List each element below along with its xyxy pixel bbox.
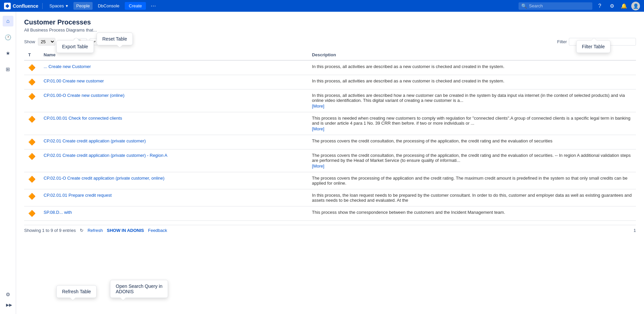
- row-more-link[interactable]: [More]: [312, 164, 632, 169]
- process-icon: 🔶: [28, 93, 36, 100]
- refresh-link[interactable]: Refresh: [88, 228, 103, 233]
- sidebar-expand-button[interactable]: ▶▶: [3, 300, 13, 310]
- recent-icon: 🕐: [5, 34, 11, 41]
- table-row: 🔶CP.01.00-O Create new customer (online)…: [24, 89, 636, 112]
- sidebar-item-starred[interactable]: ★: [3, 48, 13, 59]
- confluence-logo[interactable]: Confluence: [4, 3, 38, 9]
- row-description-text: In this process, the loan request needs …: [312, 193, 632, 203]
- row-more-link[interactable]: [More]: [312, 104, 632, 109]
- main-content: Customer Processes All Business Process …: [16, 12, 644, 314]
- col-header-t: T: [24, 50, 40, 60]
- confluence-logo-icon: [4, 3, 11, 9]
- process-icon: 🔶: [28, 210, 36, 217]
- row-name-link[interactable]: CP.01.00.01 Check for connected clients: [44, 116, 122, 121]
- export-table-tooltip-text: Export Table: [56, 40, 94, 53]
- row-name-link[interactable]: SP.08.D... with: [44, 210, 72, 215]
- search-input[interactable]: [529, 3, 583, 8]
- help-button[interactable]: ?: [595, 1, 604, 11]
- show-label: Show: [24, 39, 35, 44]
- sidebar-item-recent[interactable]: 🕐: [3, 32, 13, 43]
- row-icon-cell: 🔶: [24, 172, 40, 189]
- row-description-cell: In this process, all activities are desc…: [308, 60, 636, 75]
- table-header: T Name Description: [24, 50, 636, 60]
- row-description-text: In this process, all activities are desc…: [312, 93, 625, 103]
- table-body: 🔶... Create new CustomerIn this process,…: [24, 60, 636, 221]
- export-table-tooltip: Export Table: [56, 40, 94, 53]
- nav-spaces[interactable]: Spaces ▾: [47, 2, 71, 10]
- row-name-cell: CP.01.00-O Create new customer (online): [40, 89, 308, 112]
- row-description-cell: In this process, all activities are desc…: [308, 89, 636, 112]
- row-name-link[interactable]: CP.02.01 Create credit application (priv…: [44, 153, 167, 158]
- process-icon: 🔶: [28, 78, 36, 86]
- page-subtitle: All Business Process Diagrams that...: [24, 27, 636, 33]
- top-navigation: Confluence Spaces ▾ People DbConsole Cre…: [0, 0, 644, 12]
- row-description-text: The process covers the credit consultati…: [312, 153, 631, 163]
- feedback-link[interactable]: Feedback: [148, 228, 167, 233]
- process-icon: 🔶: [28, 64, 36, 71]
- data-table: T Name Description 🔶... Create new Custo…: [24, 50, 636, 221]
- row-description-text: This process is needed when creating new…: [312, 116, 630, 126]
- page-title: Customer Processes: [24, 18, 636, 26]
- row-name-cell: ... Create new Customer: [40, 60, 308, 75]
- confluence-logo-text: Confluence: [13, 3, 38, 9]
- table-row: 🔶CP.02.01.01 Prepare credit requestIn th…: [24, 189, 636, 206]
- row-icon-cell: 🔶: [24, 135, 40, 149]
- row-name-link[interactable]: CP.02.01-O Create credit application (pr…: [44, 176, 164, 181]
- settings-icon: ⚙: [6, 292, 10, 298]
- table-row: 🔶CP.01.00 Create new customerIn this pro…: [24, 75, 636, 89]
- row-name-cell: CP.01.00 Create new customer: [40, 75, 308, 89]
- row-name-cell: CP.02.01.01 Prepare credit request: [40, 189, 308, 206]
- row-name-link[interactable]: CP.02.01 Create credit application (priv…: [44, 138, 146, 143]
- gear-icon: ⚙: [610, 3, 614, 9]
- row-name-link[interactable]: ... Create new Customer: [44, 64, 91, 69]
- filter-table-tooltip-text: Filter Table: [576, 40, 610, 53]
- row-description-cell: In this process, the loan request needs …: [308, 189, 636, 206]
- nav-people[interactable]: People: [73, 2, 92, 10]
- table-footer: Showing 1 to 9 of 9 entries ↻ Refresh SH…: [24, 225, 636, 236]
- sidebar-bottom: ⚙ ▶▶: [3, 289, 13, 310]
- sidebar-item-templates[interactable]: ⊞: [3, 64, 13, 75]
- notifications-button[interactable]: 🔔: [619, 1, 629, 11]
- process-icon: 🔶: [28, 153, 36, 160]
- expand-icon: ▶▶: [6, 303, 12, 307]
- row-description-text: The process covers the credit consultati…: [312, 138, 552, 143]
- row-more-link[interactable]: [More]: [312, 126, 632, 131]
- table-row: 🔶... Create new CustomerIn this process,…: [24, 60, 636, 75]
- row-description-text: In this process, all activities are desc…: [312, 64, 504, 69]
- row-name-link[interactable]: CP.01.00 Create new customer: [44, 78, 104, 83]
- row-description-text: In this process, all activities are desc…: [312, 78, 504, 83]
- row-description-cell: The process covers the processing of the…: [308, 172, 636, 189]
- process-icon: 🔶: [28, 176, 36, 183]
- global-search[interactable]: 🔍: [519, 2, 592, 10]
- row-name-link[interactable]: CP.02.01.01 Prepare credit request: [44, 193, 112, 198]
- process-icon: 🔶: [28, 116, 36, 123]
- user-avatar[interactable]: 👤: [631, 2, 640, 10]
- avatar-icon: 👤: [633, 3, 639, 9]
- showing-info: Showing 1 to 9 of 9 entries: [24, 228, 76, 233]
- sidebar-item-home[interactable]: ⌂: [3, 16, 13, 26]
- row-name-cell: CP.02.01 Create credit application (priv…: [40, 135, 308, 149]
- row-description-text: This process show the correspondence bet…: [312, 210, 505, 215]
- home-icon: ⌂: [6, 18, 10, 24]
- more-nav-button[interactable]: ⋯: [149, 2, 158, 10]
- open-search-query-tooltip: Open Search Query inADONIS: [110, 280, 168, 298]
- show-in-adonis-link[interactable]: SHOW IN ADONIS: [107, 228, 144, 233]
- left-sidebar: ⌂ 🕐 ★ ⊞ ⚙ ▶▶: [0, 12, 16, 314]
- nav-dbconsole[interactable]: DbConsole: [95, 2, 122, 10]
- table-row: 🔶CP.02.01-O Create credit application (p…: [24, 172, 636, 189]
- row-icon-cell: 🔶: [24, 60, 40, 75]
- spaces-chevron-icon: ▾: [66, 3, 68, 8]
- row-description-cell: This process show the correspondence bet…: [308, 206, 636, 221]
- row-icon-cell: 🔶: [24, 149, 40, 172]
- refresh-table-tooltip-text: Refresh Table: [56, 285, 97, 298]
- row-description-cell: In this process, all activities are desc…: [308, 75, 636, 89]
- row-description-cell: The process covers the credit consultati…: [308, 149, 636, 172]
- row-name-link[interactable]: CP.01.00-O Create new customer (online): [44, 93, 124, 98]
- create-button[interactable]: Create: [125, 2, 146, 10]
- sidebar-item-settings[interactable]: ⚙: [3, 289, 13, 300]
- row-icon-cell: 🔶: [24, 75, 40, 89]
- help-icon: ?: [598, 3, 601, 9]
- entries-select[interactable]: 25 10 50 100: [38, 38, 55, 46]
- nav-divider: [42, 3, 43, 9]
- settings-nav-button[interactable]: ⚙: [607, 1, 616, 11]
